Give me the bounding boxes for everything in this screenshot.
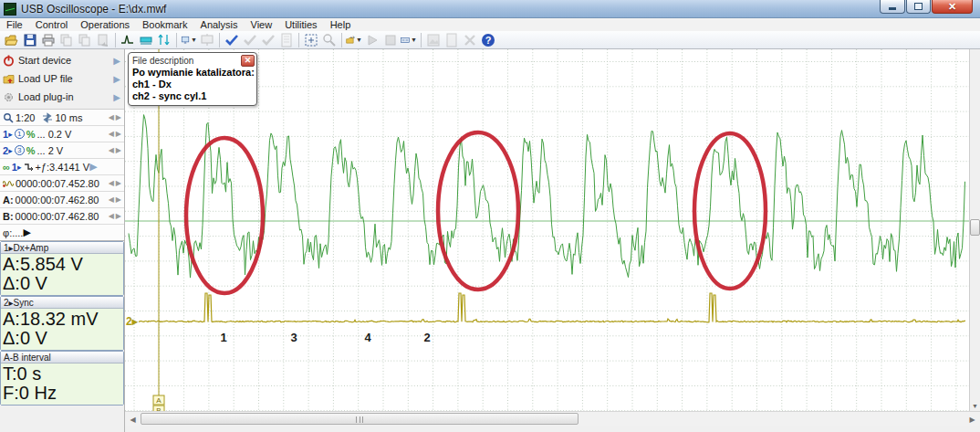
scroll-left-icon[interactable]: ◀ [126, 414, 140, 425]
spin-left[interactable]: ◀ [108, 179, 115, 187]
description-line: ch1 - Dx [132, 79, 254, 90]
save-icon [23, 33, 37, 47]
spin-right[interactable]: ▶ [115, 195, 122, 204]
measure-panel-ab: A-B interval T:0 s F:0 Hz [0, 351, 124, 406]
maximize-icon [914, 3, 923, 10]
falling-edge-icon [24, 162, 34, 172]
save-button[interactable] [21, 32, 39, 48]
power-icon [3, 55, 15, 67]
ch2-divider-icon: % [26, 145, 36, 156]
dropdown-arrow-icon[interactable]: ▼ [191, 37, 197, 43]
duplicate-button [76, 32, 94, 48]
ch1-arrow-icon: ▸ [8, 130, 13, 139]
spin-left[interactable]: ◀ [108, 130, 115, 138]
app-window: USB Oscilloscope - E:\dx.mwf ✕ FileContr… [0, 0, 980, 432]
toolbar-separator [298, 33, 299, 47]
pulse-button[interactable] [119, 32, 137, 48]
scope-controls: 1:20 10 ms ◀▶ 1▸ 1 % ... 0.2 V ◀▶ 2▸ 3 %… [0, 109, 124, 406]
print-icon [41, 33, 56, 47]
popup-close-button[interactable]: ✕ [241, 55, 255, 67]
measure-a-value: A:5.854 V [3, 255, 121, 274]
toolbar-separator [421, 33, 422, 47]
print-button[interactable] [39, 32, 57, 48]
spin-right[interactable]: ▶ [115, 113, 122, 121]
spin-right[interactable]: ▶ [115, 130, 122, 138]
popup-title-bar[interactable]: File description ✕ [129, 53, 256, 67]
verify-check-button [241, 32, 259, 48]
pulse-icon [120, 33, 135, 47]
ch1-range-control[interactable]: 1▸ 1 % ... 0.2 V ◀▶ [0, 126, 124, 142]
panel-header: A-B interval [1, 352, 123, 364]
new-session-icon: a b+c [346, 33, 355, 47]
maximize-button[interactable] [906, 0, 931, 14]
new-session-button[interactable]: a b+c▼ [345, 32, 363, 48]
load-plugin-button[interactable]: Load plug-in ▶ [0, 88, 124, 106]
ch2-range-control[interactable]: 2▸ 3 % ... 2 V ◀▶ [0, 142, 124, 159]
ch1-probe-icon: 1 [15, 129, 25, 139]
measure-panel-ch2: 2▸Sync A:18.32 mV Δ:0 V [0, 296, 124, 351]
measure-delta-value: Δ:0 V [3, 274, 121, 293]
spin-left[interactable]: ◀ [108, 146, 115, 154]
phase-control[interactable]: φ:.... ▶ [0, 225, 124, 241]
spin-right[interactable]: ▶ [115, 146, 122, 154]
trigger-control[interactable]: ∞ 1▸ +ƒ:3.4141 V ▶ [0, 159, 124, 175]
display-button[interactable]: ▼ [180, 32, 198, 48]
spin-right[interactable]: ▶ [115, 212, 122, 220]
measure-a-value: A:18.32 mV [3, 310, 121, 329]
svg-text:?: ? [485, 35, 492, 46]
menu-view[interactable]: View [245, 18, 279, 31]
display-icon [181, 33, 190, 47]
start-device-button[interactable]: Start device ▶ [0, 51, 124, 69]
horizontal-scrollbar[interactable]: ◀ ▶ [125, 411, 980, 426]
cursor-a-label: A: [3, 195, 14, 205]
toolbar-separator [176, 33, 177, 47]
scroll-down-icon[interactable]: ▼ [972, 403, 978, 409]
menu-operations[interactable]: Operations [74, 18, 136, 31]
delete-button [461, 32, 479, 48]
chevron-right-icon: ▶ [113, 56, 120, 66]
menu-bookmark[interactable]: Bookmark [136, 18, 194, 31]
measure-delta-value: Δ:0 V [3, 329, 121, 348]
cursor-a-control[interactable]: A: 0000:00:07.462.80 ◀▶ [0, 192, 124, 208]
spin-right[interactable]: ▶ [115, 179, 122, 187]
select-frame-button[interactable] [302, 32, 320, 48]
time-position-control[interactable]: 0000:00:07.452.80 ◀▶ [0, 175, 124, 192]
cursor-b-control[interactable]: B: 0000:00:07.462.80 ◀▶ [0, 208, 124, 225]
scrollbar-thumb[interactable] [141, 413, 579, 425]
cursor-b-value: 0000:00:07.462.80 [16, 211, 99, 222]
image-icon [426, 33, 441, 47]
spin-left[interactable]: ◀ [108, 195, 115, 204]
spin-left[interactable]: ◀ [108, 212, 115, 220]
start-device-label: Start device [18, 55, 71, 66]
markers-button[interactable] [155, 32, 173, 48]
splitter-handle[interactable] [970, 219, 980, 236]
panel-header: 1▸Dx+Amp [1, 242, 123, 254]
menu-control[interactable]: Control [29, 18, 74, 31]
apply-check-button[interactable] [223, 32, 241, 48]
chevron-right-icon: ▶ [113, 92, 120, 102]
ab-compare-button[interactable]: ▼ [400, 32, 418, 48]
zoom-sweep-control[interactable]: 1:20 10 ms ◀▶ [0, 110, 124, 126]
trigger-mode-icon: ∞ [3, 162, 10, 173]
waveform-icon [3, 178, 14, 188]
load-up-file-button[interactable]: Load UP file ▶ [0, 69, 124, 88]
dropdown-arrow-icon[interactable]: ▼ [411, 37, 417, 43]
dropdown-arrow-icon[interactable]: ▼ [356, 37, 362, 43]
minimize-button[interactable] [880, 0, 905, 14]
title-bar[interactable]: USB Oscilloscope - E:\dx.mwf ✕ [0, 0, 980, 18]
scope-display[interactable]: 2▸AB1342 ▼ ◀ ▶ [125, 49, 980, 432]
measure-button[interactable] [137, 32, 155, 48]
close-button[interactable]: ✕ [932, 0, 973, 14]
help-button[interactable]: ? [479, 32, 497, 48]
menu-utilities[interactable]: Utilities [278, 18, 323, 31]
verify-check-icon [243, 33, 257, 47]
menu-help[interactable]: Help [324, 18, 358, 31]
open-button[interactable] [3, 32, 21, 48]
ch1-range-value: ... 0.2 V [36, 129, 71, 140]
menu-analysis[interactable]: Analysis [194, 18, 245, 31]
spin-left[interactable]: ◀ [108, 113, 115, 121]
ch2-arrow-icon: ▸ [8, 146, 13, 155]
menu-file[interactable]: File [0, 18, 29, 31]
scroll-right-icon[interactable]: ▶ [965, 414, 979, 425]
document-button [443, 32, 461, 48]
